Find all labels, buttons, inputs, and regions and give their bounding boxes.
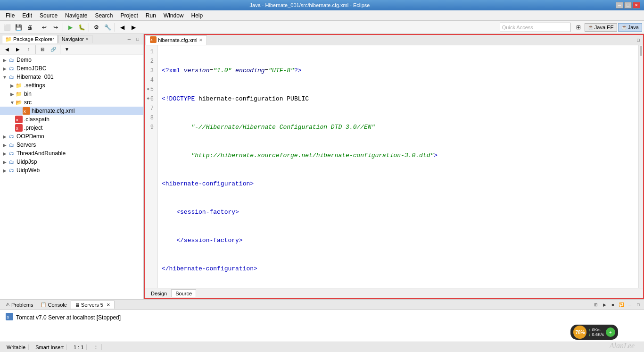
back-button[interactable]: ◀ bbox=[2, 44, 12, 55]
run-button[interactable]: ▶ bbox=[65, 22, 75, 33]
bottom-panel-btn-2[interactable]: ▶ bbox=[601, 301, 608, 309]
tree-item-settings[interactable]: ▶ 📁 .settings bbox=[0, 81, 143, 90]
toolbar-btn-5[interactable]: ⚙ bbox=[91, 22, 101, 33]
bottom-panel-btn-1[interactable]: ⊞ bbox=[592, 301, 600, 309]
hibernate001-project-icon: 🗂 bbox=[8, 73, 15, 81]
bin-folder-icon: 📁 bbox=[15, 90, 23, 98]
debug-button[interactable]: 🐛 bbox=[76, 22, 87, 33]
tree-item-hibernate-cfg-xml[interactable]: X hibernate.cfg.xml bbox=[0, 107, 143, 115]
collapse-all-button[interactable]: ⊟ bbox=[37, 44, 48, 55]
editor-tab-hibernate-cfg-xml[interactable]: X hibernate.cfg.xml ✕ bbox=[146, 35, 207, 45]
minimize-panel-button[interactable]: ─ bbox=[125, 35, 133, 43]
perspective-javaee[interactable]: ☕ Java EE bbox=[585, 23, 617, 32]
code-line-5: <hibernate-configuration> bbox=[162, 179, 635, 189]
menu-source[interactable]: Source bbox=[36, 11, 61, 20]
left-panel: 📁 Package Explorer Navigator ✕ ─ □ ◀ ▶ ↑… bbox=[0, 34, 144, 299]
hibernate001-label: Hibernate_001 bbox=[17, 74, 54, 80]
uidpweb-label: UidpWeb bbox=[17, 167, 40, 174]
editor-scrollbar[interactable] bbox=[638, 45, 643, 288]
tree-item-src[interactable]: ▼ 📂 src bbox=[0, 98, 143, 107]
maximize-button[interactable]: □ bbox=[624, 2, 632, 8]
server-item-tomcat[interactable]: S Tomcat v7.0 Server at localhost [Stopp… bbox=[4, 312, 640, 323]
tree-item-bin[interactable]: ▶ 📁 bin bbox=[0, 90, 143, 98]
uidpjsp-expand-arrow[interactable]: ▶ bbox=[2, 159, 8, 165]
tree-item-uidpweb[interactable]: ▶ 🗂 UidpWeb bbox=[0, 166, 143, 175]
view-menu-button[interactable]: ▼ bbox=[62, 44, 72, 55]
editor-tab-close-icon[interactable]: ✕ bbox=[199, 38, 203, 42]
menu-file[interactable]: File bbox=[2, 11, 18, 20]
minimize-button[interactable]: ─ bbox=[616, 2, 623, 8]
servers-tab-close-icon[interactable]: ✕ bbox=[107, 302, 110, 307]
menu-run[interactable]: Run bbox=[142, 11, 160, 20]
oopdemo-project-icon: 🗂 bbox=[8, 133, 15, 140]
console-tab-icon: 📋 bbox=[41, 302, 46, 307]
navigator-label: Navigator bbox=[62, 36, 84, 42]
menu-help[interactable]: Help bbox=[188, 11, 207, 20]
hibernate001-expand-arrow[interactable]: ▼ bbox=[2, 75, 8, 80]
tree-item-threadandrunable[interactable]: ▶ 🗂 ThreadAndRunable bbox=[0, 149, 143, 158]
uidpweb-expand-arrow[interactable]: ▶ bbox=[2, 168, 8, 173]
tab-design[interactable]: Design bbox=[147, 289, 171, 298]
bottom-panel-btn-3[interactable]: ■ bbox=[609, 301, 617, 309]
perspective-buttons: ⊞ ☕ Java EE ☕ Java bbox=[573, 22, 642, 33]
print-button[interactable]: 🖨 bbox=[25, 22, 35, 33]
minimize-bottom-panel-button[interactable]: ─ bbox=[626, 301, 634, 309]
toolbar-separator-3 bbox=[89, 23, 89, 32]
undo-button[interactable]: ↩ bbox=[39, 22, 50, 33]
menu-navigate[interactable]: Navigate bbox=[61, 11, 91, 20]
problems-tab-label: Problems bbox=[11, 302, 33, 308]
tab-source[interactable]: Source bbox=[171, 289, 196, 297]
editor-maximize-button[interactable]: □ bbox=[635, 36, 642, 44]
tree-item-project-file[interactable]: X .project bbox=[0, 124, 143, 132]
tree-item-classpath[interactable]: X .classpath bbox=[0, 115, 143, 124]
code-editor[interactable]: 1 2 3 4 ◆5 ◆6 7 8 9 <?xml version="1.0" … bbox=[145, 45, 643, 288]
open-perspective-button[interactable]: ⊞ bbox=[573, 22, 584, 33]
link-with-editor-button[interactable]: 🔗 bbox=[48, 44, 58, 55]
tab-servers[interactable]: 🖥 Servers 5 ✕ bbox=[71, 301, 115, 309]
tree-item-hibernate001[interactable]: ▼ 🗂 Hibernate_001 bbox=[0, 73, 143, 81]
tree-item-oopdemo[interactable]: ▶ 🗂 OOPDemo bbox=[0, 132, 143, 141]
bin-expand-arrow[interactable]: ▶ bbox=[9, 92, 15, 97]
servers-tab-icon: 🖥 bbox=[75, 302, 80, 308]
tree-item-demo[interactable]: ▶ 🗂 Demo bbox=[0, 56, 143, 64]
settings-expand-arrow[interactable]: ▶ bbox=[9, 83, 15, 88]
tree-item-uidpjsp[interactable]: ▶ 🗂 UidpJsp bbox=[0, 158, 143, 166]
line-num-1: 1 bbox=[145, 47, 156, 57]
tab-package-explorer[interactable]: 📁 Package Explorer bbox=[2, 35, 58, 43]
tab-console[interactable]: 📋 Console bbox=[37, 301, 70, 309]
code-content-area[interactable]: <?xml version="1.0" encoding="UTF-8"?> <… bbox=[158, 45, 638, 288]
new-button[interactable]: ⬜ bbox=[2, 22, 12, 33]
scrollbar-thumb[interactable] bbox=[640, 46, 642, 56]
navigator-close-icon[interactable]: ✕ bbox=[85, 37, 89, 42]
forward-button[interactable]: ▶ bbox=[13, 44, 23, 55]
toolbar-btn-8[interactable]: ▶ bbox=[128, 22, 139, 33]
quick-access-input[interactable]: Quick Access bbox=[500, 23, 570, 32]
menu-edit[interactable]: Edit bbox=[18, 11, 36, 20]
perspective-java[interactable]: ☕ Java bbox=[618, 23, 642, 32]
oopdemo-expand-arrow[interactable]: ▶ bbox=[2, 134, 8, 139]
toolbar-btn-7[interactable]: ◀ bbox=[117, 22, 127, 33]
servers-expand-arrow[interactable]: ▶ bbox=[2, 142, 8, 148]
close-button[interactable]: ✕ bbox=[633, 2, 640, 8]
toolbar-btn-6[interactable]: 🔧 bbox=[102, 22, 113, 33]
menu-project[interactable]: Project bbox=[116, 11, 141, 20]
tab-problems[interactable]: ⚠ Problems bbox=[2, 301, 37, 309]
maximize-bottom-panel-button[interactable]: □ bbox=[635, 301, 642, 309]
main-area: 📁 Package Explorer Navigator ✕ ─ □ ◀ ▶ ↑… bbox=[0, 34, 644, 342]
redo-button[interactable]: ↪ bbox=[50, 22, 61, 33]
maximize-panel-button[interactable]: □ bbox=[134, 35, 141, 43]
threadandrunable-expand-arrow[interactable]: ▶ bbox=[2, 151, 8, 156]
demo-expand-arrow[interactable]: ▶ bbox=[2, 58, 8, 63]
tab-navigator[interactable]: Navigator ✕ bbox=[58, 35, 92, 43]
menu-window[interactable]: Window bbox=[160, 11, 188, 20]
demojdbc-expand-arrow[interactable]: ▶ bbox=[2, 66, 8, 71]
bottom-panel-btn-4[interactable]: 🔁 bbox=[618, 301, 625, 309]
menu-search[interactable]: Search bbox=[91, 11, 116, 20]
up-button[interactable]: ↑ bbox=[24, 44, 34, 55]
src-expand-arrow[interactable]: ▼ bbox=[9, 100, 15, 105]
network-action-button[interactable]: + bbox=[606, 327, 615, 337]
settings-label: .settings bbox=[24, 82, 45, 89]
tree-item-demojdbc[interactable]: ▶ 🗂 DemoJDBC bbox=[0, 64, 143, 73]
save-button[interactable]: 💾 bbox=[13, 22, 24, 33]
tree-item-servers[interactable]: ▶ 🗂 Servers bbox=[0, 141, 143, 149]
